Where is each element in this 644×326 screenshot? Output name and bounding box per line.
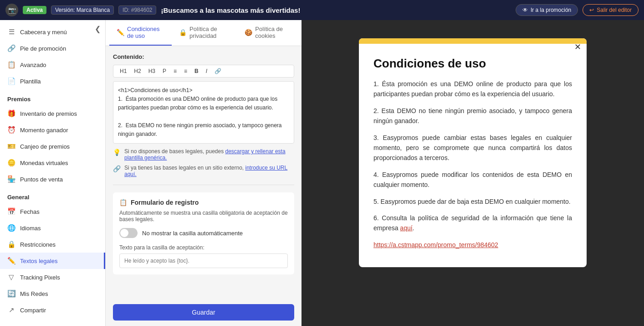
condiciones-tab-icon: ✏️ — [117, 29, 124, 36]
modal-close-button[interactable]: ✕ — [574, 42, 581, 52]
sidebar-label-idiomas: Idiomas — [20, 225, 41, 232]
modal-content: Condiciones de uso 1. Ésta promoción es … — [359, 44, 587, 267]
sidebar-item-puntos[interactable]: 🏪 Puntos de venta — [0, 171, 105, 187]
sidebar-item-cabecera[interactable]: ☰ Cabecera y menú — [0, 24, 105, 40]
toolbar-bold[interactable]: B — [192, 67, 201, 75]
privacidad-tab-icon: 🔒 — [179, 29, 187, 36]
sidebar-item-restricciones[interactable]: 🔒 Restricciones — [0, 236, 105, 253]
sidebar-item-momento[interactable]: ⏰ Momento ganador — [0, 122, 105, 138]
id-badge: ID: #984602 — [118, 5, 156, 15]
main-container: ❮ ☰ Cabecera y menú 🔗 Pie de promoción 📋… — [0, 20, 644, 326]
toolbar-list-ol[interactable]: ≡ — [181, 67, 190, 75]
sidebar-item-tracking[interactable]: ▽ Tracking Pixels — [0, 269, 105, 285]
section-utilidades: Utilidades — [0, 318, 105, 326]
version-badge: Versión: Marca Blanca — [51, 5, 114, 15]
toolbar-list-ul[interactable]: ≡ — [171, 67, 179, 75]
textos-icon: ✏️ — [7, 257, 15, 265]
sidebar-item-plantilla[interactable]: 📄 Plantilla — [0, 73, 105, 89]
form-section-title: 📋 Formulario de registro — [119, 199, 288, 206]
preview-button[interactable]: 👁 Ir a la promoción — [516, 4, 578, 16]
compartir-icon: ↗ — [7, 306, 15, 314]
page-title: ¡Buscamos a las mascotas más divertidas! — [161, 6, 511, 14]
save-button[interactable]: Guardar — [113, 304, 294, 321]
sidebar-item-idiomas[interactable]: 🌐 Idiomas — [0, 220, 105, 236]
modal-paragraph-4: 4. Easypromos puede modificar los conten… — [373, 170, 572, 190]
sidebar-item-pie[interactable]: 🔗 Pie de promoción — [0, 40, 105, 57]
tab-condiciones-label: Condiciones de uso — [127, 26, 164, 39]
preview-area: ✕ Condiciones de uso 1. Ésta promoción e… — [302, 20, 644, 326]
editor-content-area: Contenido: H1 H2 H3 P ≡ ≡ B I 🔗 <h1>Con — [106, 46, 302, 299]
modal-paragraph-5: 5. Easypromos puede dar de baja esta DEM… — [373, 197, 572, 207]
hint1-icon: 💡 — [113, 149, 121, 156]
sidebar-item-avanzado[interactable]: 📋 Avanzado — [0, 57, 105, 73]
section-general: General — [0, 187, 105, 203]
redes-icon: 🔄 — [7, 290, 15, 298]
sidebar-item-fechas[interactable]: 📅 Fechas — [0, 203, 105, 220]
sidebar-label-avanzado: Avanzado — [20, 62, 46, 68]
exit-button[interactable]: ↩ Salir del editor — [583, 4, 639, 16]
section-premios: Premios — [0, 89, 105, 105]
modal-paragraph-2: 2. Esta DEMO no tiene ningún premio asoc… — [373, 106, 572, 126]
eye-icon: 👁 — [522, 7, 528, 13]
hint2-text: Si ya tienes las bases legales en un sit… — [124, 165, 245, 171]
sidebar-item-compartir[interactable]: ↗ Compartir — [0, 302, 105, 318]
sidebar-label-tracking: Tracking Pixels — [20, 274, 60, 281]
modal-header-bar — [359, 38, 587, 44]
content-label: Contenido: — [113, 53, 294, 60]
toggle-auto-checkbox[interactable] — [119, 228, 138, 238]
sidebar-label-cabecera: Cabecera y menú — [20, 29, 67, 36]
sidebar-label-textos: Textos legales — [20, 258, 57, 264]
toolbar-italic[interactable]: I — [203, 67, 210, 75]
momento-icon: ⏰ — [7, 126, 15, 134]
tracking-icon: ▽ — [7, 273, 15, 281]
sidebar-label-redes: Mis Redes — [20, 290, 48, 297]
content-editor[interactable]: <h1>Condiciones de uso</h1> 1. Ésta prom… — [113, 81, 294, 144]
modal-body: 1. Ésta promoción es una DEMO online de … — [373, 79, 572, 250]
cookies-tab-icon: 🍪 — [245, 29, 252, 36]
modal-paragraph-6: 6. Consulta la política de seguridad de … — [373, 213, 572, 233]
sidebar-label-inventario: Inventario de premios — [20, 110, 77, 117]
sidebar-label-compartir: Compartir — [20, 307, 46, 314]
modal-terms-link[interactable]: https://a.cstmapp.com/promo_terms/984602 — [373, 241, 498, 248]
tab-privacidad[interactable]: 🔒 Política de privacidad — [172, 20, 237, 46]
content-area: ✏️ Condiciones de uso 🔒 Política de priv… — [106, 20, 644, 326]
form-section: 📋 Formulario de registro Automáticamente… — [113, 192, 294, 274]
toolbar-p[interactable]: P — [160, 67, 169, 75]
avanzado-icon: 📋 — [7, 61, 15, 69]
modal-paragraph-3: 3. Easypromos puede cambiar estas bases … — [373, 133, 572, 163]
tab-condiciones[interactable]: ✏️ Condiciones de uso — [109, 20, 172, 46]
tab-cookies[interactable]: 🍪 Política de cookies — [237, 20, 298, 46]
tab-privacidad-label: Política de privacidad — [189, 26, 230, 39]
acceptance-field-label: Texto para la casilla de aceptación: — [119, 244, 288, 251]
divider — [113, 185, 294, 185]
modal-title: Condiciones de uso — [373, 57, 572, 71]
sidebar-item-redes[interactable]: 🔄 Mis Redes — [0, 285, 105, 302]
sidebar-item-textos[interactable]: ✏️ Textos legales — [0, 253, 105, 269]
hint2-icon: 🔗 — [113, 165, 121, 172]
editor-panel: ✏️ Condiciones de uso 🔒 Política de priv… — [106, 20, 302, 326]
exit-icon: ↩ — [589, 7, 594, 13]
tabs-bar: ✏️ Condiciones de uso 🔒 Política de priv… — [106, 20, 302, 46]
toolbar-link[interactable]: 🔗 — [212, 67, 224, 75]
acceptance-input[interactable] — [119, 254, 288, 268]
idiomas-icon: 🌐 — [7, 224, 15, 232]
canjeo-icon: 🎫 — [7, 142, 15, 150]
plantilla-icon: 📄 — [7, 77, 15, 85]
toolbar-h1[interactable]: H1 — [117, 67, 129, 75]
form-section-icon: 📋 — [119, 199, 127, 206]
fechas-icon: 📅 — [7, 207, 15, 216]
modal-link-aqui[interactable]: aquí — [400, 224, 412, 232]
collapse-icon[interactable]: ❮ — [95, 25, 101, 33]
hint1-text: Si no dispones de bases legales, puedes — [124, 148, 225, 155]
sidebar: ❮ ☰ Cabecera y menú 🔗 Pie de promoción 📋… — [0, 20, 106, 326]
sidebar-label-plantilla: Plantilla — [20, 78, 41, 85]
modal-paragraph-1: 1. Ésta promoción es una DEMO online de … — [373, 79, 572, 99]
toolbar-h3[interactable]: H3 — [146, 67, 158, 75]
toolbar-h2[interactable]: H2 — [131, 67, 143, 75]
hint-external: 🔗 Si ya tienes las bases legales en un s… — [113, 165, 294, 177]
restricciones-icon: 🔒 — [7, 240, 15, 248]
sidebar-item-inventario[interactable]: 🎁 Inventario de premios — [0, 105, 105, 122]
puntos-icon: 🏪 — [7, 175, 15, 183]
sidebar-item-canjeo[interactable]: 🎫 Canjeo de premios — [0, 138, 105, 155]
sidebar-item-monedas[interactable]: 🪙 Monedas virtuales — [0, 155, 105, 171]
